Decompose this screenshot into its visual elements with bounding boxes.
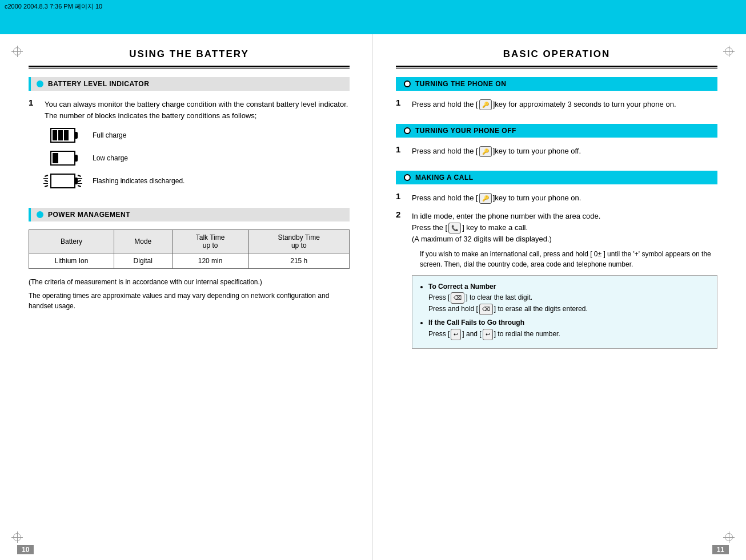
low-charge-label: Low charge: [93, 154, 128, 162]
table-header-row: Battery Mode Talk Timeup to Standby Time…: [29, 230, 350, 253]
turning-off-header: TURNING YOUR PHONE OFF: [396, 124, 717, 138]
battery-step-1-text: You can always monitor the battery charg…: [45, 99, 350, 121]
cell-mode: Digital: [114, 253, 172, 269]
making-call-header: MAKING A CALL: [396, 171, 717, 184]
note-1: (The criteria of measurement is in accor…: [29, 277, 350, 287]
bar-low: [53, 153, 58, 163]
making-call-step-1: 1 Press and hold the [🔑]key to turn your…: [396, 192, 717, 204]
turning-off-label: TURNING YOUR PHONE OFF: [415, 127, 516, 135]
battery-full-icon-area: [40, 128, 86, 143]
crosshair-tl: [11, 46, 23, 57]
col-mode: Mode: [114, 230, 172, 253]
col-talk-time: Talk Timeup to: [172, 230, 248, 253]
power-key-on: 🔑: [479, 99, 492, 110]
flash-right: [78, 175, 82, 187]
battery-low-icon: [50, 151, 75, 166]
fl1: [45, 175, 48, 176]
info-item-1: To Correct a Number Press [⌫] to clear t…: [428, 281, 709, 315]
step-num-call-1: 1: [396, 191, 407, 204]
making-call-step-1-text: Press and hold the [🔑]key to turn your p…: [412, 192, 581, 204]
info-list: To Correct a Number Press [⌫] to clear t…: [420, 281, 709, 340]
making-call-step-2-text: In idle mode, enter the phone number wit…: [412, 211, 717, 348]
fl2: [43, 178, 48, 179]
bar2: [58, 130, 63, 140]
cell-talk-time: 120 min: [172, 253, 248, 269]
step-num-call-2: 2: [396, 210, 407, 348]
erase-key: ⌫: [479, 304, 493, 315]
cell-battery: Lithium Ion: [29, 253, 114, 269]
battery-low-icon-area: [40, 151, 86, 166]
bar1: [53, 130, 57, 140]
battery-discharged-icon-area: [40, 174, 86, 188]
battery-full-row: Full charge: [40, 128, 350, 143]
page-left: USING THE BATTERY BATTERY LEVEL INDICATO…: [0, 34, 373, 560]
redial-key-1: ↩: [451, 329, 461, 340]
clear-key: ⌫: [451, 292, 464, 304]
page-number-right: 11: [712, 545, 729, 554]
battery-step-1: 1 You can always monitor the battery cha…: [29, 99, 350, 121]
full-charge-label: Full charge: [93, 131, 126, 139]
dot-turning-off: [404, 127, 411, 134]
flash-left: [43, 175, 48, 187]
crosshair-tr: [723, 46, 735, 57]
battery-empty-icon: [50, 174, 75, 188]
turning-on-label: TURNING THE PHONE ON: [415, 80, 506, 88]
step-num-1: 1: [29, 98, 40, 121]
battery-level-label: BATTERY LEVEL INDICATOR: [48, 80, 149, 88]
section-dot-battery: [37, 80, 43, 87]
power-key-off: 🔑: [479, 146, 492, 157]
col-battery: Battery: [29, 230, 114, 253]
info-item-2: If the Call Fails to Go through Press [↩…: [428, 317, 709, 340]
batt-discharged-wrapper: [43, 174, 82, 188]
correct-number-label: To Correct a Number: [428, 283, 496, 291]
call-key-2: 📞: [448, 223, 461, 233]
turning-on-header: TURNING THE PHONE ON: [396, 77, 717, 91]
intl-call-note: If you wish to make an international cal…: [412, 249, 717, 269]
top-bar: c2000 2004.8.3 7:36 PM 페이지 10: [0, 0, 746, 34]
info-box: To Correct a Number Press [⌫] to clear t…: [412, 275, 717, 348]
page-number-left: 10: [17, 545, 34, 554]
fr1: [78, 175, 81, 176]
fl4: [43, 183, 48, 184]
fr2: [78, 178, 82, 179]
table-row: Lithium Ion Digital 120 min 215 h: [29, 253, 350, 269]
battery-low-row: Low charge: [40, 151, 350, 166]
top-bar-left: c2000 2004.8.3 7:36 PM 페이지 10: [0, 0, 373, 34]
power-table: Battery Mode Talk Timeup to Standby Time…: [29, 229, 350, 269]
step-num-on: 1: [396, 98, 407, 110]
battery-level-header: BATTERY LEVEL INDICATOR: [29, 77, 350, 91]
bar3: [64, 130, 69, 140]
call-fails-label: If the Call Fails to Go through: [428, 319, 524, 327]
turning-on-step-text: Press and hold the [🔑]key for approximat…: [412, 99, 676, 110]
turning-on-step-1: 1 Press and hold the [🔑]key for approxim…: [396, 99, 717, 110]
call-key-1: 🔑: [479, 193, 492, 204]
col-standby-time: Standby Timeup to: [248, 230, 349, 253]
section-dot-power: [37, 211, 43, 218]
crosshair-bl: [11, 531, 23, 543]
power-mgmt-label: POWER MANAGEMENT: [48, 211, 130, 219]
fr5: [78, 185, 81, 187]
file-info: c2000 2004.8.3 7:36 PM 페이지 10: [5, 2, 102, 11]
battery-indicators: Full charge Low charge: [29, 128, 350, 196]
power-mgmt-header: POWER MANAGEMENT: [29, 208, 350, 221]
crosshair-br: [723, 531, 735, 543]
note-2: The operating times are approximate valu…: [29, 291, 350, 311]
discharged-label: Flashing indicates discharged.: [93, 177, 185, 185]
making-call-label: MAKING A CALL: [415, 174, 474, 182]
cell-standby-time: 215 h: [248, 253, 349, 269]
dot-making-call: [404, 174, 411, 181]
fl5: [45, 185, 48, 187]
turning-off-step-text: Press and hold the [🔑]key to turn your p…: [412, 146, 581, 157]
fl3: [45, 180, 48, 182]
left-page-title: USING THE BATTERY: [29, 49, 350, 60]
right-page-title: BASIC OPERATION: [396, 49, 717, 60]
turning-off-step-1: 1 Press and hold the [🔑]key to turn your…: [396, 146, 717, 157]
fr4: [78, 183, 82, 184]
battery-discharged-row: Flashing indicates discharged.: [40, 174, 350, 188]
battery-full-icon: [50, 128, 75, 143]
top-bar-right: [373, 0, 746, 34]
making-call-step-2: 2 In idle mode, enter the phone number w…: [396, 211, 717, 348]
fr3: [78, 180, 81, 182]
redial-key-2: ↩: [483, 329, 493, 340]
dot-turning-on: [404, 80, 411, 87]
